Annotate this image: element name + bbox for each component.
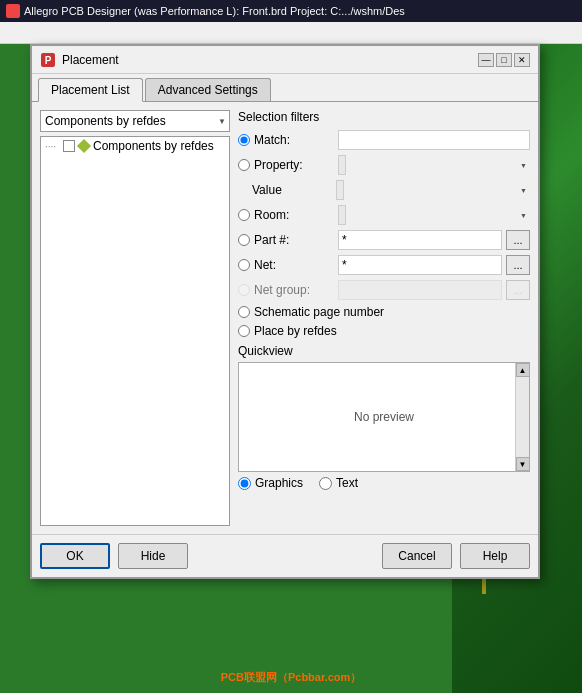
quickview-graphics-radio[interactable] — [238, 477, 251, 490]
placement-dialog: P Placement — □ ✕ Placement List Advance… — [30, 44, 540, 579]
cancel-button[interactable]: Cancel — [382, 543, 452, 569]
tab-bar: Placement List Advanced Settings — [32, 74, 538, 101]
components-dropdown-wrapper: Components by refdes — [40, 110, 230, 132]
tree-item[interactable]: ···· Components by refdes — [41, 137, 229, 155]
svg-text:P: P — [45, 55, 52, 66]
filter-placebyref-label: Place by refdes — [254, 324, 337, 338]
filter-match-input[interactable] — [338, 130, 530, 150]
filter-property-row: Property: — [238, 155, 530, 175]
quickview-scrollbar[interactable]: ▲ ▼ — [515, 363, 529, 471]
tab-placement-list[interactable]: Placement List — [38, 78, 143, 102]
filter-value-dropdown[interactable] — [336, 180, 344, 200]
filter-property-radio[interactable] — [238, 159, 250, 171]
minimize-button[interactable]: — — [478, 53, 494, 67]
hide-button[interactable]: Hide — [118, 543, 188, 569]
quickview-text-radio[interactable] — [319, 477, 332, 490]
filter-value-row: Value — [252, 180, 530, 200]
components-dropdown[interactable]: Components by refdes — [40, 110, 230, 132]
filter-room-dropdown[interactable] — [338, 205, 346, 225]
dialog-titlebar: P Placement — □ ✕ — [32, 46, 538, 74]
filter-net-radio[interactable] — [238, 259, 250, 271]
quickview-text-label: Text — [336, 476, 358, 490]
filter-partnum-btn[interactable]: ... — [506, 230, 530, 250]
filter-netgroup-input[interactable] — [338, 280, 502, 300]
filter-room-row: Room: — [238, 205, 530, 225]
dialog-footer: OK Hide Cancel Help — [32, 534, 538, 577]
filter-netgroup-btn[interactable]: ... — [506, 280, 530, 300]
filter-placebyref-row: Place by refdes — [238, 324, 530, 338]
filter-netgroup-label: Net group: — [254, 283, 334, 297]
dialog-icon: P — [40, 52, 56, 68]
quickview-box: No preview ▲ ▼ — [238, 362, 530, 472]
right-panel: Selection filters Match: Property: Value — [238, 110, 530, 526]
dialog-controls: — □ ✕ — [478, 53, 530, 67]
filter-netgroup-row: Net group: ... — [238, 280, 530, 300]
filter-match-radio[interactable] — [238, 134, 250, 146]
app-icon — [6, 4, 20, 18]
ok-button[interactable]: OK — [40, 543, 110, 569]
tree-indent: ···· — [45, 141, 61, 152]
maximize-button[interactable]: □ — [496, 53, 512, 67]
filter-property-label: Property: — [254, 158, 334, 172]
filter-net-input[interactable] — [338, 255, 502, 275]
selection-filters-label: Selection filters — [238, 110, 530, 124]
app-title: Allegro PCB Designer (was Performance L)… — [24, 5, 405, 17]
filter-value-label: Value — [252, 183, 332, 197]
tree-area[interactable]: ···· Components by refdes — [40, 136, 230, 526]
filter-value-dropdown-wrapper — [336, 180, 530, 200]
filter-partnum-input[interactable] — [338, 230, 502, 250]
menubar — [0, 22, 582, 44]
tree-diamond-icon — [77, 139, 91, 153]
filter-room-label: Room: — [254, 208, 334, 222]
tab-advanced-settings[interactable]: Advanced Settings — [145, 78, 271, 101]
app-titlebar: Allegro PCB Designer (was Performance L)… — [0, 0, 582, 22]
quickview-label: Quickview — [238, 344, 530, 358]
filter-partnum-label: Part #: — [254, 233, 334, 247]
filter-partnum-row: Part #: ... — [238, 230, 530, 250]
filter-net-row: Net: ... — [238, 255, 530, 275]
quickview-graphics-option[interactable]: Graphics — [238, 476, 303, 490]
filter-schpage-radio[interactable] — [238, 306, 250, 318]
watermark: PCB联盟网（Pcbbar.com） — [0, 670, 582, 685]
quickview-no-preview: No preview — [354, 410, 414, 424]
dialog-title: Placement — [62, 53, 472, 67]
dialog-body: Components by refdes ···· Components by … — [32, 101, 538, 534]
filter-placebyref-radio[interactable] — [238, 325, 250, 337]
scrollbar-down-arrow[interactable]: ▼ — [516, 457, 530, 471]
filter-room-radio[interactable] — [238, 209, 250, 221]
close-button[interactable]: ✕ — [514, 53, 530, 67]
filter-net-label: Net: — [254, 258, 334, 272]
filter-room-dropdown-wrapper — [338, 205, 530, 225]
filter-netgroup-radio[interactable] — [238, 284, 250, 296]
tree-checkbox[interactable] — [63, 140, 75, 152]
filter-partnum-radio[interactable] — [238, 234, 250, 246]
quickview-text-option[interactable]: Text — [319, 476, 358, 490]
filter-match-label: Match: — [254, 133, 334, 147]
filter-match-row: Match: — [238, 130, 530, 150]
filter-net-btn[interactable]: ... — [506, 255, 530, 275]
filter-property-dropdown-wrapper — [338, 155, 530, 175]
quickview-radio-row: Graphics Text — [238, 476, 530, 490]
filter-schpage-row: Schematic page number — [238, 305, 530, 319]
scrollbar-up-arrow[interactable]: ▲ — [516, 363, 530, 377]
quickview-graphics-label: Graphics — [255, 476, 303, 490]
left-panel: Components by refdes ···· Components by … — [40, 110, 230, 526]
help-button[interactable]: Help — [460, 543, 530, 569]
tree-label: Components by refdes — [93, 139, 214, 153]
filter-schpage-label: Schematic page number — [254, 305, 384, 319]
filter-property-dropdown[interactable] — [338, 155, 346, 175]
